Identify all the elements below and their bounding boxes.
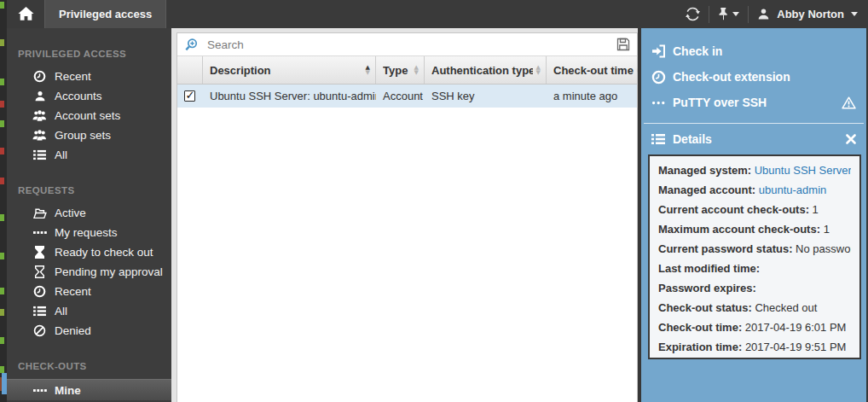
sidebar: PRIVILEGED ACCESS Recent Accounts Accoun… [7,28,171,402]
action-label: Check in [673,44,722,58]
privileged-access-button[interactable]: Privileged access [44,0,166,28]
field-value: No password r [796,242,851,255]
details-title: Details [673,132,712,146]
field-value: 1 [824,223,830,236]
sign-in-icon [650,44,667,58]
sidebar-item-recent-requests[interactable]: Recent [7,282,171,301]
field-label: Check-out status: [658,301,752,314]
detail-field-password-expires: Password expires: [658,278,851,298]
action-label: Check-out extension [673,70,790,84]
column-label: Check-out time [553,64,634,77]
check-out-extension-button[interactable]: Check-out extension [641,64,866,90]
sort-indicator [414,65,419,75]
detail-field-max-checkouts: Maximum account check-outs: 1 [658,219,851,239]
sidebar-item-account-sets[interactable]: Account sets [7,106,171,125]
sidebar-item-my-requests[interactable]: My requests [7,223,171,242]
sidebar-item-accounts[interactable]: Accounts [7,86,171,106]
dots-icon [32,230,47,235]
right-action-panel: Check in Check-out extension PuTTY over … [641,28,866,402]
save-filter-icon[interactable] [616,38,630,51]
dots-icon [650,101,667,105]
field-label: Managed system: [658,164,751,177]
column-label: Description [210,64,362,77]
sort-indicator [536,65,541,75]
sidebar-item-label: Accounts [55,90,102,102]
sidebar-item-label: Recent [55,70,91,83]
list-icon [32,306,47,317]
hourglass-filled-icon [32,246,47,259]
dots-icon [32,388,47,393]
refresh-icon [686,7,700,21]
pin-icon [718,8,729,20]
detail-field-expiration-time: Expiration time: 2017-04-19 9:51 PM [658,337,851,357]
refresh-button[interactable] [686,7,700,21]
user-name: Abby Norton [777,8,844,20]
search-input[interactable] [207,38,616,51]
sidebar-item-label: All [55,305,67,318]
sidebar-item-label: All [55,149,67,161]
managed-system-link[interactable]: Ubuntu SSH Server [755,164,851,177]
home-button[interactable] [7,0,44,28]
list-icon [32,149,47,160]
column-header-check-out-time[interactable]: Check-out time [547,56,646,84]
hourglass-outline-icon [32,265,47,278]
sidebar-item-ready-to-check-out[interactable]: Ready to check out [7,242,171,262]
topbar-separator [748,6,749,23]
users-icon [32,109,47,122]
sidebar-item-pending-my-approval[interactable]: Pending my approval [7,262,171,282]
field-label: Maximum account check-outs: [658,223,820,236]
denied-icon [32,324,47,337]
background-artifact [0,39,4,46]
managed-account-link[interactable]: ubuntu-admin [759,184,827,196]
field-value: Checked out [755,301,817,314]
sidebar-item-all[interactable]: All [7,145,171,165]
sidebar-item-label: Denied [55,324,91,337]
field-label: Current account check-outs: [658,203,809,216]
close-icon[interactable] [846,134,856,144]
clock-icon [32,70,47,83]
details-header: Details [641,124,866,154]
putty-over-ssh-button[interactable]: PuTTY over SSH [641,90,866,115]
column-header-description[interactable]: Description [203,56,376,84]
sidebar-item-recent[interactable]: Recent [7,67,171,86]
chevron-down-icon [732,12,739,16]
background-artifact [0,101,4,108]
pin-menu-button[interactable] [718,8,739,20]
sidebar-item-group-sets[interactable]: Group sets [7,125,171,145]
home-icon [18,7,34,21]
list-icon [650,133,667,145]
sidebar-item-label: Account sets [55,109,120,122]
chevron-down-icon [851,12,858,16]
sidebar-item-label: Pending my approval [55,265,163,278]
privileged-access-label: Privileged access [59,8,152,20]
column-header-type[interactable]: Type [376,56,425,84]
section-title-requests: REQUESTS [7,185,171,195]
sidebar-item-label: Ready to check out [55,246,153,259]
user-menu-button[interactable]: Abby Norton [757,8,858,20]
search-zoom-icon[interactable] [184,38,199,52]
field-label: Managed account: [658,184,755,196]
warning-icon [842,96,856,109]
sidebar-item-denied[interactable]: Denied [7,321,171,341]
sidebar-item-active[interactable]: Active [7,203,171,223]
desktop-edge-strip [0,0,7,402]
column-header-authentication-type[interactable]: Authentication type [425,56,547,84]
user-icon [32,90,47,102]
clock-icon [650,70,667,84]
sidebar-item-label: Active [55,207,86,219]
detail-field-managed-system: Managed system: Ubuntu SSH Server [658,160,851,180]
background-artifact [0,2,4,9]
detail-field-checkout-status: Check-out status: Checked out [658,298,851,318]
sidebar-item-all-requests[interactable]: All [7,301,171,321]
table-row[interactable]: Ubuntu SSH Server: ubuntu-admin Account … [177,84,637,108]
field-value: 2017-04-19 9:51 PM [745,341,847,353]
details-box: Managed system: Ubuntu SSH Server Manage… [648,154,861,359]
select-all-column-header[interactable] [177,56,203,84]
sidebar-item-label: Group sets [55,129,111,142]
sidebar-item-mine[interactable]: Mine [7,379,171,400]
action-label: PuTTY over SSH [673,96,767,109]
sidebar-item-label: My requests [55,226,118,239]
folder-open-icon [32,207,47,219]
check-in-button[interactable]: Check in [641,38,866,64]
row-checkbox[interactable] [184,90,195,102]
